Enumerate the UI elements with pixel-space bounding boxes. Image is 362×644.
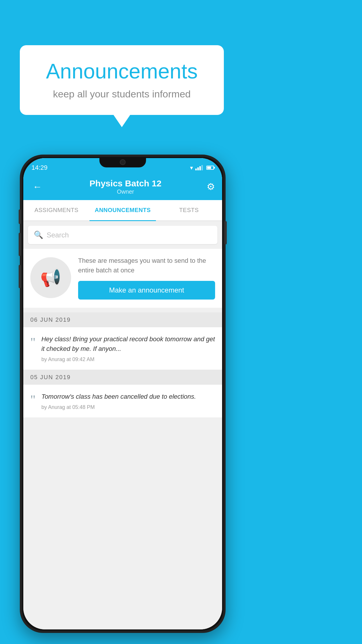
announcement-prompt: 📢 These are messages you want to send to… <box>23 249 222 308</box>
content-area: 🔍 Search 📢 These are messages you want t… <box>23 221 222 629</box>
announcement-text-2: Tomorrow's class has been cancelled due … <box>41 392 215 401</box>
search-bar[interactable]: 🔍 Search <box>28 226 217 244</box>
app-bar: ← Physics Batch 12 Owner ⚙ <box>23 173 222 200</box>
wifi-icon: ▾ <box>190 164 193 171</box>
phone-button-right <box>224 221 227 244</box>
prompt-text: These are messages you want to send to t… <box>78 256 215 275</box>
phone-notch <box>99 157 146 167</box>
phone-container: 14:29 ▾ <box>20 155 226 633</box>
announcement-text-1: Hey class! Bring your practical record b… <box>41 334 215 354</box>
app-bar-title: Physics Batch 12 <box>89 178 161 188</box>
app-bar-subtitle: Owner <box>89 188 161 195</box>
bubble-subtitle: keep all your students informed <box>37 88 206 100</box>
tab-tests[interactable]: TESTS <box>156 200 222 221</box>
announcement-meta-1: by Anurag at 09:42 AM <box>41 356 215 363</box>
speech-bubble: Announcements keep all your students inf… <box>20 45 224 115</box>
signal-bars <box>195 165 203 170</box>
phone-screen: 14:29 ▾ <box>23 158 222 629</box>
tabs-container: ASSIGNMENTS ANNOUNCEMENTS TESTS <box>23 200 222 221</box>
date-separator-1: 06 JUN 2019 <box>23 312 222 327</box>
quote-icon-1: " <box>30 336 36 349</box>
tab-assignments[interactable]: ASSIGNMENTS <box>23 200 89 221</box>
prompt-right: These are messages you want to send to t… <box>78 256 215 300</box>
search-icon: 🔍 <box>34 230 43 239</box>
announcement-content-1: Hey class! Bring your practical record b… <box>41 334 215 363</box>
back-button[interactable]: ← <box>30 179 44 195</box>
megaphone-icon: 📢 <box>40 268 61 288</box>
speech-bubble-container: Announcements keep all your students inf… <box>20 45 224 115</box>
search-placeholder: Search <box>47 231 69 239</box>
tab-announcements[interactable]: ANNOUNCEMENTS <box>89 200 156 221</box>
phone-outer: 14:29 ▾ <box>20 155 226 633</box>
signal-bar-3 <box>199 166 201 170</box>
phone-button-left-1 <box>19 209 21 224</box>
signal-bar-1 <box>195 169 197 170</box>
phone-camera <box>120 159 126 165</box>
date-separator-2: 05 JUN 2019 <box>23 370 222 385</box>
battery-fill <box>207 167 211 169</box>
settings-icon[interactable]: ⚙ <box>207 181 215 192</box>
battery-icon <box>206 166 214 170</box>
status-icons: ▾ <box>190 164 214 171</box>
megaphone-circle: 📢 <box>30 257 71 298</box>
phone-button-left-3 <box>19 265 21 288</box>
make-announcement-button[interactable]: Make an announcement <box>78 281 215 300</box>
bubble-title: Announcements <box>37 59 206 83</box>
announcement-content-2: Tomorrow's class has been cancelled due … <box>41 392 215 410</box>
announcement-item-1[interactable]: " Hey class! Bring your practical record… <box>23 327 222 370</box>
app-bar-title-container: Physics Batch 12 Owner <box>89 178 161 195</box>
announcement-meta-2: by Anurag at 05:48 PM <box>41 404 215 410</box>
signal-bar-4 <box>201 165 203 170</box>
phone-button-left-2 <box>19 233 21 256</box>
announcement-item-2[interactable]: " Tomorrow's class has been cancelled du… <box>23 385 222 418</box>
quote-icon-2: " <box>30 393 36 406</box>
signal-bar-2 <box>197 167 199 170</box>
status-time: 14:29 <box>31 164 48 172</box>
